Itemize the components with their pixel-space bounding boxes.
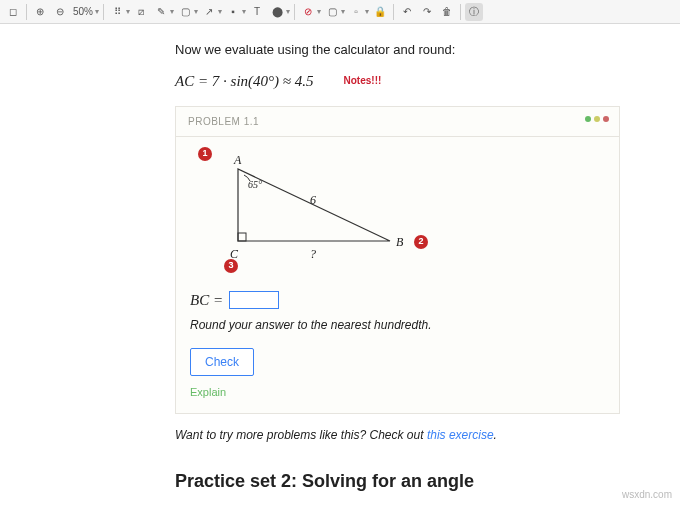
arrow-icon[interactable]: ↗ <box>200 3 218 21</box>
zoom-level[interactable]: 50% <box>71 6 95 17</box>
square-icon[interactable]: ▢ <box>176 3 194 21</box>
ruler-icon[interactable]: ⧄ <box>132 3 150 21</box>
problem-header: PROBLEM 1.1 <box>176 107 619 137</box>
problem-card: PROBLEM 1.1 A B C 65° 6 ? 1 <box>175 106 620 414</box>
pen-icon[interactable]: ✎ <box>152 3 170 21</box>
grid-icon[interactable]: ⠿ <box>108 3 126 21</box>
vertex-a: A <box>234 151 241 169</box>
toolbar: ◻ ⊕ ⊖ 50% ▾ ⠿ ▾ ⧄ ✎ ▾ ▢ ▾ ↗ ▾ ▪ ▾ T ⬤ ▾ … <box>0 0 680 24</box>
triangle-diagram: A B C 65° 6 ? 1 2 3 <box>200 141 450 281</box>
filled-icon[interactable]: ▫ <box>347 3 365 21</box>
separator <box>393 4 394 20</box>
dropdown-icon[interactable]: ▾ <box>194 7 198 16</box>
dropdown-icon[interactable]: ▾ <box>341 7 345 16</box>
separator <box>103 4 104 20</box>
problem-body: A B C 65° 6 ? 1 2 3 BC = Round your answ… <box>176 137 619 413</box>
problem-title: PROBLEM 1.1 <box>188 116 259 127</box>
window-dots <box>585 116 609 122</box>
dropdown-icon[interactable]: ▾ <box>242 7 246 16</box>
drop-icon[interactable]: ⬤ <box>268 3 286 21</box>
shape-icon[interactable]: ▢ <box>323 3 341 21</box>
more-prefix: Want to try more problems like this? Che… <box>175 428 427 442</box>
dropdown-icon[interactable]: ▾ <box>170 7 174 16</box>
badge-2[interactable]: 2 <box>414 235 428 249</box>
more-problems: Want to try more problems like this? Che… <box>175 426 620 444</box>
answer-label: BC = <box>190 289 223 312</box>
section-2-title: Practice set 2: Solving for an angle <box>175 468 620 495</box>
note-icon[interactable]: ▪ <box>224 3 242 21</box>
zoom-out-icon[interactable]: ⊖ <box>51 3 69 21</box>
svg-rect-1 <box>238 233 246 241</box>
undo-icon[interactable]: ↶ <box>398 3 416 21</box>
text-icon[interactable]: T <box>248 3 266 21</box>
answer-row: BC = <box>190 289 605 312</box>
notes-label[interactable]: Notes!!! <box>344 73 382 88</box>
trash-icon[interactable]: 🗑 <box>438 3 456 21</box>
redo-icon[interactable]: ↷ <box>418 3 436 21</box>
answer-input[interactable] <box>229 291 279 309</box>
hint-text: Round your answer to the nearest hundred… <box>190 316 605 334</box>
vertex-b: B <box>396 233 403 251</box>
crop-icon[interactable]: ◻ <box>4 3 22 21</box>
equation-row: AC = 7 · sin(40°) ≈ 4.5 Notes!!! <box>175 70 620 93</box>
page-content: Now we evaluate using the calculator and… <box>0 24 680 506</box>
angle-label: 65° <box>248 177 262 192</box>
watermark: wsxdn.com <box>622 489 672 500</box>
separator <box>294 4 295 20</box>
badge-3[interactable]: 3 <box>224 259 238 273</box>
separator <box>26 4 27 20</box>
dot-red <box>603 116 609 122</box>
dropdown-icon[interactable]: ▾ <box>286 7 290 16</box>
zoom-in-icon[interactable]: ⊕ <box>31 3 49 21</box>
dropdown-icon[interactable]: ▾ <box>218 7 222 16</box>
exercise-link[interactable]: this exercise <box>427 428 494 442</box>
dropdown-icon[interactable]: ▾ <box>317 7 321 16</box>
stop-icon[interactable]: ⊘ <box>299 3 317 21</box>
badge-1[interactable]: 1 <box>198 147 212 161</box>
hypotenuse-label: 6 <box>310 191 316 209</box>
zoom-dropdown-icon[interactable]: ▾ <box>95 7 99 16</box>
info-icon[interactable]: ⓘ <box>465 3 483 21</box>
dot-yellow <box>594 116 600 122</box>
dropdown-icon[interactable]: ▾ <box>365 7 369 16</box>
more-suffix: . <box>494 428 497 442</box>
intro-text: Now we evaluate using the calculator and… <box>175 40 620 60</box>
separator <box>460 4 461 20</box>
base-label: ? <box>310 245 316 263</box>
check-button[interactable]: Check <box>190 348 254 376</box>
dropdown-icon[interactable]: ▾ <box>126 7 130 16</box>
equation: AC = 7 · sin(40°) ≈ 4.5 <box>175 70 314 93</box>
lock-icon[interactable]: 🔒 <box>371 3 389 21</box>
dot-green <box>585 116 591 122</box>
explain-link[interactable]: Explain <box>190 384 226 401</box>
